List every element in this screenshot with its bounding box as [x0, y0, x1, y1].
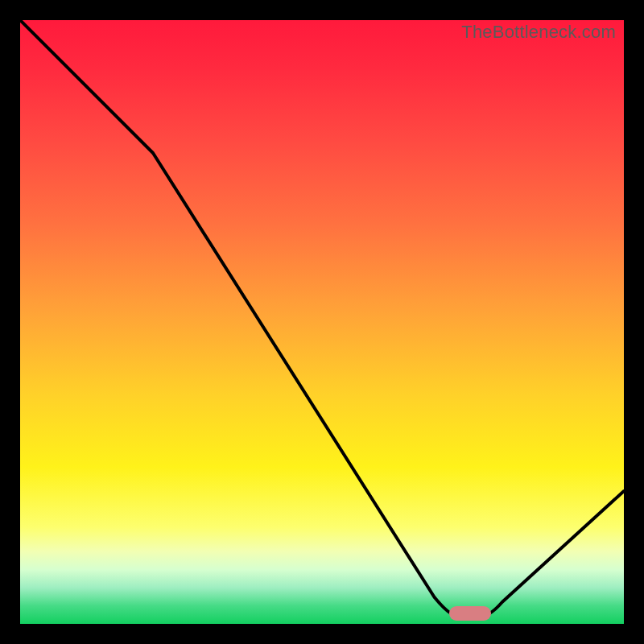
optimal-range-marker	[449, 606, 492, 621]
plot-area: TheBottleneck.com	[20, 20, 624, 624]
chart-frame: TheBottleneck.com	[0, 0, 644, 644]
bottleneck-curve	[20, 20, 624, 624]
